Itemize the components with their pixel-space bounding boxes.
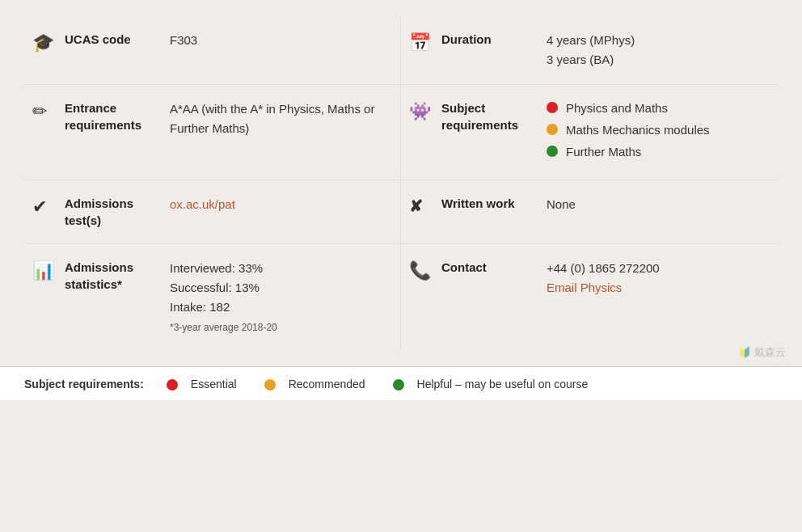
admissions-test-icon: ✔ — [32, 195, 65, 217]
admissions-test-label: Admissions test(s) — [65, 195, 170, 229]
footer-recommended: Recommended — [264, 377, 365, 391]
admissions-test-cell: ✔ Admissions test(s) ox.ac.uk/pat — [24, 180, 401, 244]
ucas-label: UCAS code — [65, 31, 170, 48]
admissions-stats-label: Admissions statistics* — [65, 259, 170, 293]
duration-icon: 📅 — [409, 31, 441, 53]
footer-helpful: Helpful – may be useful on course — [393, 377, 589, 391]
admissions-stats-value: Interviewed: 33% Successful: 13% Intake:… — [170, 259, 384, 336]
footer: Subject requirements: Essential Recommen… — [0, 366, 802, 400]
footer-helpful-text: Helpful – may be useful on course — [417, 378, 589, 391]
subject-cell: 👾 Subject requirements Physics and Maths… — [401, 85, 778, 180]
written-work-cell: ✘ Written work None — [401, 180, 778, 244]
ucas-icon: 🎓 — [32, 31, 65, 53]
written-work-label: Written work — [441, 195, 547, 212]
admissions-stats-icon: 📊 — [32, 259, 65, 281]
subject-value: Physics and Maths Maths Mechanics module… — [547, 99, 762, 165]
admissions-stats-cell: 📊 Admissions statistics* Interviewed: 33… — [24, 244, 401, 350]
entrance-value: A*AA (with the A* in Physics, Maths or F… — [170, 99, 384, 138]
ucas-code-cell: 🎓 UCAS code F303 — [24, 16, 401, 85]
admissions-test-value: ox.ac.uk/pat — [170, 195, 384, 214]
dot-red — [547, 102, 558, 113]
subject-label: Subject requirements — [441, 99, 547, 133]
footer-recommended-text: Recommended — [289, 378, 365, 391]
subject-req-green: Further Maths — [547, 143, 762, 160]
footer-dot-red — [167, 379, 178, 391]
subject-req-orange: Maths Mechanics modules — [547, 121, 762, 138]
contact-value: +44 (0) 1865 272200 Email Physics — [547, 259, 762, 298]
footer-essential-text: Essential — [191, 378, 237, 391]
subject-icon: 👾 — [409, 99, 441, 122]
duration-value: 4 years (MPhys) 3 years (BA) — [547, 31, 762, 70]
entrance-cell: ✏ Entrance requirements A*AA (with the A… — [24, 85, 401, 180]
duration-label: Duration — [441, 31, 547, 48]
footer-dot-orange — [264, 379, 276, 391]
dot-green — [547, 146, 558, 157]
contact-cell: 📞 Contact +44 (0) 1865 272200 Email Phys… — [401, 244, 778, 350]
contact-label: Contact — [441, 259, 547, 276]
entrance-label: Entrance requirements — [65, 99, 170, 133]
written-work-icon: ✘ — [409, 195, 441, 216]
contact-email-link[interactable]: Email Physics — [547, 281, 622, 294]
dot-orange — [547, 124, 558, 135]
entrance-icon: ✏ — [32, 99, 65, 122]
watermark: 🔰 戴森云 — [738, 345, 786, 360]
subject-req-red: Physics and Maths — [547, 99, 762, 116]
duration-cell: 📅 Duration 4 years (MPhys) 3 years (BA) — [401, 16, 778, 85]
footer-label: Subject requirements: — [24, 378, 144, 391]
written-work-value: None — [547, 195, 762, 214]
ucas-value: F303 — [170, 31, 384, 50]
admissions-test-link[interactable]: ox.ac.uk/pat — [170, 197, 235, 211]
footer-dot-green — [393, 379, 404, 391]
footer-essential: Essential — [167, 377, 237, 391]
contact-icon: 📞 — [409, 259, 441, 281]
